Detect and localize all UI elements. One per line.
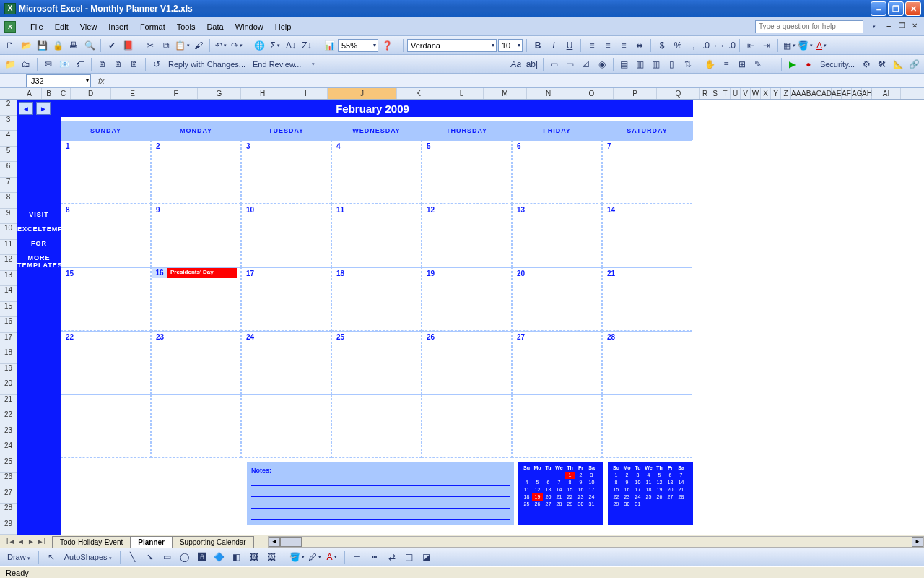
day-cell[interactable]: 12 [422,204,512,267]
diagram-icon[interactable]: ◧ [230,550,244,564]
col-header[interactable]: D [71,88,111,99]
menu-tools[interactable]: Tools [171,20,201,34]
col-header[interactable]: K [397,88,440,99]
tab-prev-icon[interactable]: ◄ [16,538,26,545]
bold-icon[interactable]: B [531,38,545,53]
col-header[interactable]: AB [801,88,811,99]
autosum-icon[interactable]: Σ [268,38,282,53]
currency-icon[interactable]: $ [655,38,669,53]
dec-indent-icon[interactable]: ⇤ [744,38,758,53]
day-cell[interactable]: 14 [602,204,692,267]
code-icon[interactable]: ≡ [719,57,733,72]
row-header[interactable]: 6 [0,162,17,178]
day-cell[interactable]: 15 [61,267,151,331]
cut-icon[interactable]: ✂ [143,38,157,53]
mail-icon[interactable]: ✉ [41,57,56,72]
menu-help[interactable]: Help [269,20,297,34]
print-preview-icon[interactable]: 🔍 [82,38,97,53]
fx-label[interactable]: fx [98,77,105,85]
col-header[interactable]: I [284,88,328,99]
col-header[interactable]: Y [771,88,781,99]
spinner-icon[interactable]: ⇅ [681,57,695,72]
day-cell[interactable]: 25 [331,331,422,394]
menu-format[interactable]: Format [134,20,171,34]
run-macro-icon[interactable]: ▶ [785,57,800,72]
col-header[interactable]: AI [872,88,901,99]
row-header[interactable]: 17 [0,333,17,349]
day-cell[interactable]: 20 [512,267,602,331]
percent-icon[interactable]: % [671,38,685,53]
oval-icon[interactable]: ◯ [178,550,192,564]
tag-icon[interactable]: 🏷 [73,57,87,72]
reply-changes-button[interactable]: Reply with Changes... [165,60,248,69]
zoom-combo[interactable]: 55% [338,39,378,52]
row-header[interactable]: 25 [0,457,17,473]
doc3-icon[interactable]: 🗎 [127,57,141,72]
arrow-icon[interactable]: ➘ [143,550,157,564]
col-header[interactable]: T [720,88,731,99]
italic-icon[interactable]: I [546,38,561,53]
row-header[interactable]: 11 [0,240,17,256]
row-header[interactable]: 27 [0,488,17,504]
col-header[interactable]: F [154,88,198,99]
day-cell[interactable] [602,394,692,458]
day-cell[interactable]: 10 [241,204,331,267]
paste-icon[interactable]: 📋 [175,38,190,53]
col-header[interactable]: X [761,88,771,99]
day-cell[interactable] [422,394,512,458]
help-icon[interactable]: ❓ [380,38,394,53]
day-cell[interactable] [331,394,422,458]
day-cell[interactable]: 2 [151,140,241,204]
day-cell[interactable]: 1 [61,140,151,204]
day-cell[interactable]: 23 [151,331,241,394]
align-right-icon[interactable]: ≡ [616,38,631,53]
shadow-icon[interactable]: ◫ [402,550,417,564]
day-cell[interactable]: 11 [331,204,422,267]
row-header[interactable]: 20 [0,379,17,395]
col-header[interactable]: AE [832,88,842,99]
row-header[interactable]: 14 [0,286,17,302]
col-header[interactable]: V [741,88,751,99]
note-line[interactable] [251,477,510,486]
formula-input[interactable] [112,74,924,87]
scroll-left-icon[interactable]: ◄ [269,537,280,547]
clipart-icon[interactable]: 🖼 [247,550,261,564]
new-icon[interactable]: 🗋 [3,38,17,53]
tab-last-icon[interactable]: ►I [36,538,46,545]
workbook-icon[interactable]: X [4,21,16,33]
font-color-icon[interactable]: A [814,38,829,53]
doc1-icon[interactable]: 🗎 [95,57,110,72]
col-header[interactable]: O [570,88,614,99]
col-header[interactable]: AA [791,88,801,99]
horizontal-scrollbar[interactable]: ◄ ► [268,536,924,548]
col-header[interactable]: U [731,88,741,99]
textbox-icon[interactable]: 🅰 [195,550,209,564]
close-button[interactable]: ✕ [905,1,921,16]
select-objects-icon[interactable]: ↖ [44,550,58,564]
day-cell[interactable]: 28 [602,331,692,394]
tools3-icon[interactable]: 🔗 [907,57,921,72]
day-cell[interactable]: 6 [512,140,602,204]
3d-icon[interactable]: ◪ [419,550,434,564]
row-header[interactable]: 3 [0,116,17,131]
sheet-grid[interactable]: ◄ ► February 2009 VISIT EXCELTEMPLATE.NE… [17,100,924,535]
day-cell[interactable]: 7 [602,140,692,204]
accept-changes-icon[interactable]: ↺ [149,57,164,72]
button-icon[interactable]: ▭ [563,57,578,72]
record-macro-icon[interactable]: ● [801,57,816,72]
toggle-grid-icon[interactable]: ⊞ [735,57,749,72]
day-cell[interactable]: 4 [331,140,422,204]
help-search-input[interactable] [755,20,863,33]
row-headers[interactable]: 2345678910111213141516171819202122232425… [0,100,17,535]
font-combo[interactable]: Verdana [407,39,497,52]
row-header[interactable]: 23 [0,426,17,442]
row-header[interactable]: 22 [0,410,17,426]
line-style-icon[interactable]: ═ [350,550,365,564]
row-header[interactable]: 10 [0,224,17,240]
spelling-icon[interactable]: ✔ [105,38,119,53]
col-header[interactable]: E [111,88,154,99]
day-cell[interactable]: 5 [422,140,512,204]
row-header[interactable]: 2 [0,100,17,116]
picture-icon[interactable]: 🖼 [264,550,279,564]
day-cell[interactable]: 18 [331,267,422,331]
